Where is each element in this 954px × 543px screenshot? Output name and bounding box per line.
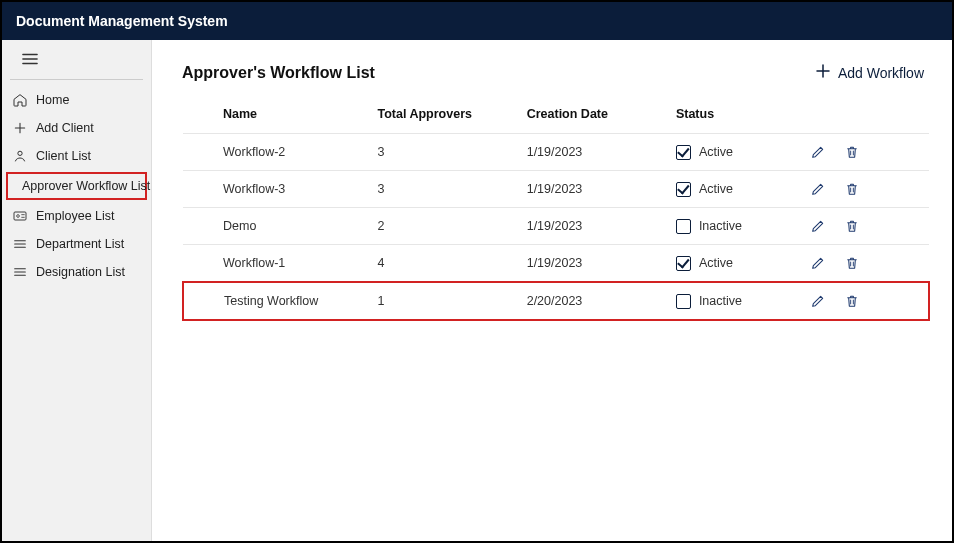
sidebar: HomeAdd ClientClient ListApprover Workfl… [2, 40, 152, 541]
cell-date: 1/19/2023 [519, 208, 668, 245]
cell-total: 3 [370, 134, 519, 171]
cell-date: 2/20/2023 [519, 282, 668, 320]
cell-name: Demo [183, 208, 370, 245]
sidebar-item-label: Approver Workflow List [22, 179, 150, 193]
sidebar-item-label: Designation List [36, 265, 125, 279]
list-icon [12, 236, 28, 252]
sidebar-item-label: Home [36, 93, 69, 107]
cell-total: 4 [370, 245, 519, 283]
edit-icon [810, 298, 826, 312]
cell-name: Workflow-3 [183, 171, 370, 208]
cell-total: 1 [370, 282, 519, 320]
trash-icon [844, 186, 860, 200]
sidebar-item-employee[interactable]: Employee List [2, 202, 151, 230]
sidebar-item-label: Employee List [36, 209, 115, 223]
cell-actions [802, 282, 929, 320]
id-card-icon [12, 208, 28, 224]
main-content: Approver's Workflow List Add Workflow Na… [152, 40, 952, 541]
cell-status: Inactive [668, 208, 802, 245]
cell-actions [802, 171, 929, 208]
sidebar-item-home[interactable]: Home [2, 86, 151, 114]
delete-button[interactable] [844, 293, 860, 309]
table-row: Workflow-331/19/2023Active [183, 171, 929, 208]
status-checkbox[interactable] [676, 294, 691, 309]
cell-total: 3 [370, 171, 519, 208]
page-title: Approver's Workflow List [182, 64, 375, 82]
svg-point-0 [18, 151, 22, 155]
edit-icon [810, 223, 826, 237]
delete-button[interactable] [844, 181, 860, 197]
table-row: Workflow-231/19/2023Active [183, 134, 929, 171]
cell-status: Active [668, 171, 802, 208]
status-label: Inactive [699, 294, 742, 308]
status-label: Active [699, 182, 733, 196]
sidebar-toggle[interactable] [10, 46, 143, 80]
trash-icon [844, 223, 860, 237]
status-label: Active [699, 256, 733, 270]
cell-actions [802, 208, 929, 245]
home-icon [12, 92, 28, 108]
plus-icon [12, 120, 28, 136]
table-header-row: Name Total Approvers Creation Date Statu… [183, 97, 929, 134]
main-header: Approver's Workflow List Add Workflow [182, 58, 930, 87]
edit-icon [810, 260, 826, 274]
svg-point-4 [17, 215, 20, 218]
status-checkbox[interactable] [676, 182, 691, 197]
delete-button[interactable] [844, 218, 860, 234]
topbar: Document Management System [2, 2, 952, 40]
trash-icon [844, 260, 860, 274]
trash-icon [844, 149, 860, 163]
col-header-name: Name [183, 97, 370, 134]
cell-date: 1/19/2023 [519, 171, 668, 208]
workflow-table: Name Total Approvers Creation Date Statu… [182, 97, 930, 321]
cell-date: 1/19/2023 [519, 134, 668, 171]
col-header-date: Creation Date [519, 97, 668, 134]
svg-rect-3 [14, 212, 26, 220]
list-icon [12, 264, 28, 280]
cell-name: Workflow-2 [183, 134, 370, 171]
cell-status: Active [668, 245, 802, 283]
sidebar-item-label: Department List [36, 237, 124, 251]
col-header-total: Total Approvers [370, 97, 519, 134]
cell-total: 2 [370, 208, 519, 245]
status-checkbox[interactable] [676, 219, 691, 234]
delete-button[interactable] [844, 144, 860, 160]
edit-button[interactable] [810, 293, 826, 309]
cell-status: Active [668, 134, 802, 171]
table-row: Testing Workflow12/20/2023Inactive [183, 282, 929, 320]
sidebar-item-label: Add Client [36, 121, 94, 135]
edit-button[interactable] [810, 181, 826, 197]
add-workflow-label: Add Workflow [838, 65, 924, 81]
edit-icon [810, 186, 826, 200]
table-row: Demo21/19/2023Inactive [183, 208, 929, 245]
sidebar-item-approver[interactable]: Approver Workflow List [6, 172, 147, 200]
hamburger-icon [22, 52, 38, 69]
person-icon [12, 148, 28, 164]
status-label: Active [699, 145, 733, 159]
status-checkbox[interactable] [676, 145, 691, 160]
status-checkbox[interactable] [676, 256, 691, 271]
sidebar-item-label: Client List [36, 149, 91, 163]
edit-button[interactable] [810, 255, 826, 271]
app-frame: Document Management System HomeAdd Clien… [0, 0, 954, 543]
sidebar-item-add-client[interactable]: Add Client [2, 114, 151, 142]
add-workflow-button[interactable]: Add Workflow [808, 58, 930, 87]
cell-name: Workflow-1 [183, 245, 370, 283]
delete-button[interactable] [844, 255, 860, 271]
cell-date: 1/19/2023 [519, 245, 668, 283]
cell-actions [802, 245, 929, 283]
sidebar-item-client[interactable]: Client List [2, 142, 151, 170]
col-header-actions [802, 97, 929, 134]
plus-icon [814, 62, 832, 83]
sidebar-item-department[interactable]: Department List [2, 230, 151, 258]
app-title: Document Management System [16, 13, 228, 29]
app-body: HomeAdd ClientClient ListApprover Workfl… [2, 40, 952, 541]
cell-actions [802, 134, 929, 171]
edit-button[interactable] [810, 218, 826, 234]
sidebar-item-designation[interactable]: Designation List [2, 258, 151, 286]
edit-icon [810, 149, 826, 163]
col-header-status: Status [668, 97, 802, 134]
cell-name: Testing Workflow [183, 282, 370, 320]
status-label: Inactive [699, 219, 742, 233]
edit-button[interactable] [810, 144, 826, 160]
